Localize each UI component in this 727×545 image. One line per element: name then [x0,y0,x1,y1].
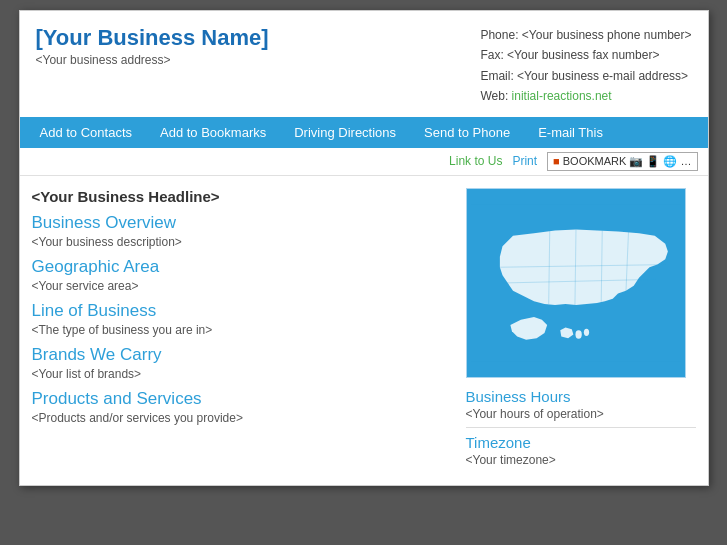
bookmark-icon: ■ [553,155,560,167]
header-right: Phone: <Your business phone number> Fax:… [480,25,691,107]
header-left: [Your Business Name] <Your business addr… [36,25,269,67]
section-desc-0: <Your business description> [32,235,450,249]
section-title-1: Geographic Area [32,257,450,277]
timezone-title: Timezone [466,434,696,451]
section-desc-3: <Your list of brands> [32,367,450,381]
main-content: <Your Business Headline> Business Overvi… [20,176,708,485]
utility-bar: Link to Us Print ■ BOOKMARK 📷 📱 🌐 … [20,148,708,176]
section-title-3: Brands We Carry [32,345,450,365]
bookmark-extra-icons: 📷 📱 🌐 … [629,155,691,168]
svg-point-8 [583,328,588,335]
section-desc-1: <Your service area> [32,279,450,293]
business-name: [Your Business Name] [36,25,269,51]
svg-point-7 [575,330,581,338]
section-title-2: Line of Business [32,301,450,321]
map-image [466,188,686,378]
right-column: Business Hours <Your hours of operation>… [466,188,696,473]
page-wrapper: [Your Business Name] <Your business addr… [19,10,709,486]
link-to-us[interactable]: Link to Us [449,154,502,168]
left-column: <Your Business Headline> Business Overvi… [32,188,466,473]
business-address: <Your business address> [36,53,269,67]
nav-send-to-phone[interactable]: Send to Phone [410,117,524,148]
web-url-link[interactable]: initial-reactions.net [512,89,612,103]
section-desc-2: <The type of business you are in> [32,323,450,337]
fax-text: Fax: <Your business fax number> [480,45,691,65]
bookmark-label: BOOKMARK [563,155,627,167]
divider-1 [466,427,696,428]
section-desc-4: <Products and/or services you provide> [32,411,450,425]
print-link[interactable]: Print [512,154,537,168]
business-hours-title: Business Hours [466,388,696,405]
business-hours-desc: <Your hours of operation> [466,407,696,421]
timezone-desc: <Your timezone> [466,453,696,467]
web-label: Web: [480,89,508,103]
bookmark-button[interactable]: ■ BOOKMARK 📷 📱 🌐 … [547,152,697,171]
email-text: Email: <Your business e-mail address> [480,66,691,86]
nav-email-this[interactable]: E-mail This [524,117,617,148]
section-title-0: Business Overview [32,213,450,233]
nav-driving-directions[interactable]: Driving Directions [280,117,410,148]
navbar: Add to Contacts Add to Bookmarks Driving… [20,117,708,148]
header: [Your Business Name] <Your business addr… [20,11,708,117]
phone-text: Phone: <Your business phone number> [480,25,691,45]
web-text: Web: initial-reactions.net [480,86,691,106]
nav-add-contacts[interactable]: Add to Contacts [26,117,147,148]
nav-add-bookmarks[interactable]: Add to Bookmarks [146,117,280,148]
business-headline: <Your Business Headline> [32,188,450,205]
us-map-svg [471,193,681,373]
section-title-4: Products and Services [32,389,450,409]
